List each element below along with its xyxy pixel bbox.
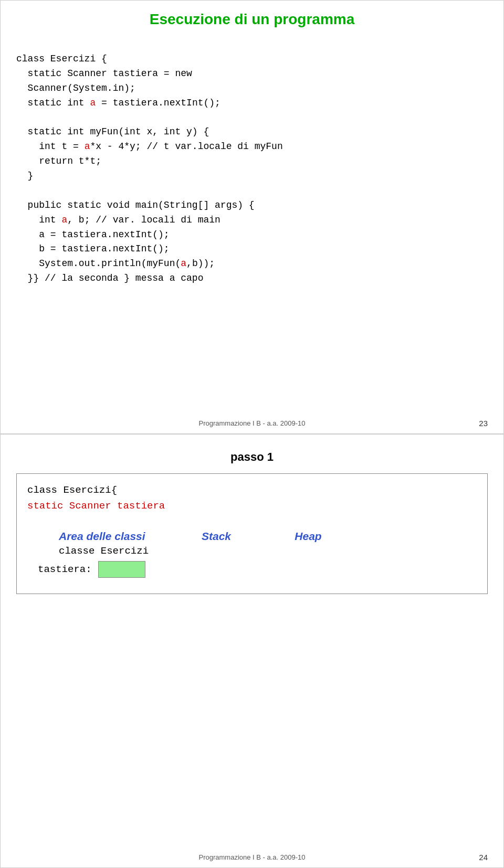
code-class-line: class Esercizi{ [27, 484, 117, 496]
area-classi-label: Area delle classi [59, 530, 164, 543]
slide1-title: Esecuzione di un programma [16, 11, 488, 28]
areas-labels-row: Area delle classi Stack Heap [59, 530, 477, 543]
code-line-6: int t = a*x - 4*y; // t var.locale di my… [16, 141, 283, 152]
slide1-footer: Programmazione I B - a.a. 2009-10 23 [1, 419, 503, 427]
area-stack-label: Stack [164, 530, 269, 543]
code-line-9: public static void main(String[] args) { [16, 200, 255, 210]
code-line-14: }} // la seconda } messa a capo [16, 273, 203, 283]
code-line-3: Scanner(System.in); [16, 83, 135, 93]
code-static-line: static Scanner tastiera [27, 500, 165, 512]
code-line-2: static Scanner tastiera = new [16, 68, 192, 79]
tastiera-value-box [98, 561, 145, 578]
code-line-5: static int myFun(int x, int y) { [16, 126, 209, 137]
slide1-footer-text: Programmazione I B - a.a. 2009-10 [198, 419, 305, 427]
code-line-13: System.out.println(myFun(a,b)); [16, 258, 215, 269]
slide-1: Esecuzione di un programma class Eserciz… [0, 0, 504, 434]
slide2-footer: Programmazione I B - a.a. 2009-10 24 [1, 853, 503, 861]
slide-2: passo 1 class Esercizi{ static Scanner t… [0, 434, 504, 868]
slide1-page-number: 23 [479, 419, 488, 428]
slide1-code: class Esercizi { static Scanner tastiera… [16, 37, 488, 301]
area-heap-label: Heap [269, 530, 348, 543]
code-line-11: a = tastiera.nextInt(); [16, 229, 170, 240]
slide2-content-box: class Esercizi{ static Scanner tastiera … [16, 473, 488, 594]
slide2-header: passo 1 [16, 450, 488, 464]
code-line-7: return t*t; [16, 156, 101, 166]
code-line-10: int a, b; // var. locali di main [16, 215, 220, 225]
code-line-8: } [16, 171, 33, 181]
tastiera-label: tastiera: [38, 564, 92, 575]
tastiera-row: tastiera: [38, 561, 477, 578]
classe-label: classe Esercizi [59, 545, 149, 557]
slide2-page-number: 24 [479, 853, 488, 862]
code-line-1: class Esercizi { [16, 54, 107, 64]
classe-esercizi-row: classe Esercizi [59, 545, 477, 557]
slide2-footer-text: Programmazione I B - a.a. 2009-10 [198, 853, 305, 861]
slide2-code-class: class Esercizi{ static Scanner tastiera [27, 482, 477, 514]
code-line-4: static int a = tastiera.nextInt(); [16, 98, 220, 108]
code-line-12: b = tastiera.nextInt(); [16, 244, 170, 254]
